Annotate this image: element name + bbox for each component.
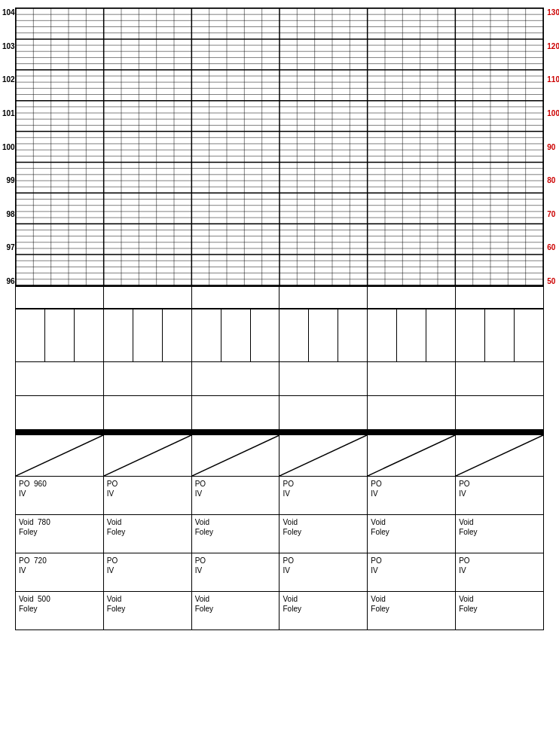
void-foley-500-cell-2: Void Foley <box>104 592 192 629</box>
y-label-99: 99 <box>2 176 15 184</box>
void-foley-500-cell-3: Void Foley <box>192 592 280 629</box>
svg-line-79 <box>192 435 280 476</box>
y-label-104: 104 <box>2 8 15 17</box>
po-960-cell-4: PO IV <box>280 477 368 514</box>
y-label-98: 98 <box>2 210 15 218</box>
void-500-label-2: Void <box>107 594 188 604</box>
foley-500-label-2: Foley <box>107 604 188 614</box>
void-780-label-4: Void <box>283 517 364 527</box>
medium-row-2 <box>15 395 544 429</box>
po-960-label-6: PO <box>459 479 540 489</box>
svg-line-81 <box>368 435 455 476</box>
po-720-cell-4: PO IV <box>280 553 368 591</box>
subdiv-sub-5-3 <box>426 309 455 361</box>
subdiv-sub-3-3 <box>251 309 280 361</box>
medium-cell-2-4 <box>280 396 368 429</box>
medium-cell-1-2 <box>104 362 192 395</box>
po-720-label-5: PO <box>371 556 452 565</box>
diag-cell-4 <box>280 435 368 476</box>
po-960-cell-3: PO IV <box>192 477 280 514</box>
diag-cell-3 <box>192 435 280 476</box>
po-960-label-2: PO <box>107 479 188 489</box>
foley-500-label-6: Foley <box>459 604 540 614</box>
y-label-101: 101 <box>2 109 15 117</box>
svg-line-82 <box>456 435 543 476</box>
y-label-right-100: 100 <box>547 109 559 117</box>
void-foley-780-row: Void 780 Foley Void Foley Void Foley Voi… <box>15 515 544 553</box>
foley-500-label-5: Foley <box>371 604 452 614</box>
y-label-right-60: 60 <box>547 243 559 251</box>
void-foley-780-cell-1: Void 780 Foley <box>16 515 104 553</box>
y-axis-left: 104 103 102 101 100 99 98 97 96 <box>2 8 15 285</box>
po-720-cell-5: PO IV <box>368 553 456 591</box>
blank-cell-4 <box>280 287 368 308</box>
blank-cell-3 <box>192 287 280 308</box>
void-foley-780-cell-4: Void Foley <box>280 515 368 553</box>
po-960-label-5: PO <box>371 479 452 489</box>
po-960-cell-1: PO 960 IV <box>16 477 104 514</box>
po-960-cell-5: PO IV <box>368 477 456 514</box>
foley-label-3: Foley <box>195 527 276 537</box>
blank-cell-2 <box>104 287 192 308</box>
void-foley-780-cell-3: Void Foley <box>192 515 280 553</box>
y-label-102: 102 <box>2 75 15 84</box>
subdiv-sub-6-1 <box>456 309 485 361</box>
y-axis-right: 130 120 110 100 90 80 70 60 50 <box>547 8 559 285</box>
diag-row <box>15 435 544 477</box>
y-label-100: 100 <box>2 143 15 151</box>
page-container: 104 103 102 101 100 99 98 97 96 130 120 … <box>0 0 559 756</box>
po-960-row: PO 960 IV PO IV PO IV PO IV PO IV PO IV <box>15 477 544 515</box>
iv-720-label-6: IV <box>459 565 540 575</box>
y-label-97: 97 <box>2 243 15 251</box>
po-960-cell-2: PO IV <box>104 477 192 514</box>
void-500-label-5: Void <box>371 594 452 604</box>
chart-grid: // Draw grid programmatically after SVG … <box>16 8 543 285</box>
foley-500-label-3: Foley <box>195 604 276 614</box>
po-720-label-1: PO 720 <box>19 556 100 565</box>
void-500-label-6: Void <box>459 594 540 604</box>
iv-label-3: IV <box>195 489 276 498</box>
y-label-right-80: 80 <box>547 176 559 184</box>
medium-cell-1-3 <box>192 362 280 395</box>
medium-cell-2-3 <box>192 396 280 429</box>
diag-cell-6 <box>456 435 543 476</box>
blank-cell-5 <box>368 287 456 308</box>
subdiv-sub-5-1 <box>368 309 397 361</box>
foley-label-4: Foley <box>283 527 364 537</box>
subdiv-sub-3-1 <box>192 309 221 361</box>
diag-cell-1 <box>16 435 104 476</box>
y-label-right-70: 70 <box>547 210 559 218</box>
medium-cell-2-5 <box>368 396 456 429</box>
po-720-label-6: PO <box>459 556 540 565</box>
subdiv-cell-2 <box>104 309 192 361</box>
y-label-103: 103 <box>2 42 15 50</box>
iv-720-label-3: IV <box>195 565 276 575</box>
iv-720-label-2: IV <box>107 565 188 575</box>
void-foley-500-cell-6: Void Foley <box>456 592 543 629</box>
subdiv-sub-5-2 <box>397 309 426 361</box>
thick-divider-bar <box>15 429 544 435</box>
void-780-label-2: Void <box>107 517 188 527</box>
subdiv-sub-4-1 <box>280 309 309 361</box>
void-780-label-5: Void <box>371 517 452 527</box>
subdiv-sub-4-3 <box>338 309 367 361</box>
po-720-label-3: PO <box>195 556 276 565</box>
foley-label-5: Foley <box>371 527 452 537</box>
void-500-label-4: Void <box>283 594 364 604</box>
subdiv-sub-1-2 <box>45 309 75 361</box>
subdiv-sub-2-3 <box>163 309 191 361</box>
void-foley-500-cell-4: Void Foley <box>280 592 368 629</box>
void-foley-780-cell-5: Void Foley <box>368 515 456 553</box>
void-500-label-1: Void 500 <box>19 594 100 604</box>
po-960-label-1: PO 960 <box>19 479 100 489</box>
chart-area: 104 103 102 101 100 99 98 97 96 130 120 … <box>15 8 544 286</box>
subdiv-sub-4-2 <box>309 309 338 361</box>
subdiv-cell-1 <box>16 309 104 361</box>
medium-cell-1-4 <box>280 362 368 395</box>
medium-cell-2-6 <box>456 396 543 429</box>
void-foley-500-row: Void 500 Foley Void Foley Void Foley Voi… <box>15 592 544 630</box>
iv-label-4: IV <box>283 489 364 498</box>
iv-label-5: IV <box>371 489 452 498</box>
foley-label-2: Foley <box>107 527 188 537</box>
foley-500-label-4: Foley <box>283 604 364 614</box>
